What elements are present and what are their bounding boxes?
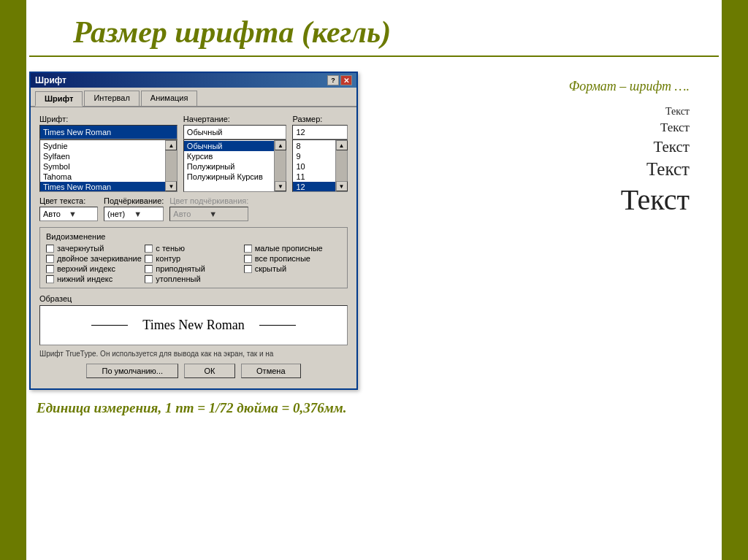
default-button[interactable]: По умолчанию... xyxy=(86,364,178,378)
checkbox-all-caps[interactable] xyxy=(244,255,252,263)
checkbox-subscript[interactable] xyxy=(46,275,54,283)
scroll-up[interactable]: ▲ xyxy=(336,140,348,150)
effects-section: Видоизменение зачеркнутый с тенью малые … xyxy=(39,227,348,288)
effect-outline: контур xyxy=(145,254,242,263)
effect-hidden: скрытый xyxy=(244,264,341,273)
sample-text-8pt: Текст xyxy=(665,106,690,118)
scroll-down[interactable]: ▼ xyxy=(275,181,286,191)
scroll-down[interactable]: ▼ xyxy=(165,181,177,191)
size-scrollbar[interactable]: ▲ ▼ xyxy=(335,140,347,191)
effect-label: верхний индекс xyxy=(57,264,115,273)
effect-label: малые прописные xyxy=(255,244,323,253)
list-item[interactable]: 9 xyxy=(293,151,335,161)
scroll-track[interactable] xyxy=(336,150,347,181)
checkbox-strikethrough[interactable] xyxy=(46,245,54,253)
effect-raised: приподнятый xyxy=(145,264,242,273)
effect-strikethrough: зачеркнутый xyxy=(46,244,143,253)
effect-label: утопленный xyxy=(156,275,200,283)
color-row: Цвет текста: Авто ▼ Подчёркивание: (нет)… xyxy=(39,196,348,221)
list-item[interactable]: 10 xyxy=(293,161,335,172)
checkbox-raised[interactable] xyxy=(145,265,153,273)
underline-color-dropdown-arrow: ▼ xyxy=(209,210,245,218)
font-label: Шрифт: xyxy=(39,115,178,123)
page-title: Размер шрифта (кегль) xyxy=(29,15,391,50)
scroll-up[interactable]: ▲ xyxy=(275,140,286,150)
text-samples: Текст Текст Текст Текст Текст xyxy=(373,106,719,217)
list-item-selected[interactable]: 12 xyxy=(293,182,335,191)
tab-font[interactable]: Шрифт xyxy=(35,91,83,107)
effect-engraved: утопленный xyxy=(145,275,242,283)
sample-text-10pt: Текст xyxy=(653,138,690,156)
font-size-input[interactable]: 12 xyxy=(292,125,348,139)
help-button[interactable]: ? xyxy=(327,75,339,85)
style-listbox: Обычный Курсив Полужирный Полужирный Кур… xyxy=(184,140,275,191)
effect-all-caps: все прописные xyxy=(244,254,341,263)
title-divider xyxy=(29,55,719,57)
dialog-tabs: Шрифт Интервал Анимация xyxy=(31,88,356,107)
list-item[interactable]: Tahoma xyxy=(40,172,165,182)
effect-superscript: верхний индекс xyxy=(46,264,143,273)
underline-value: (нет) xyxy=(107,210,134,218)
color-label: Цвет текста: xyxy=(39,196,98,205)
underline-color-label: Цвет подчёркивания: xyxy=(169,196,248,205)
checkbox-small-caps[interactable] xyxy=(244,245,252,253)
list-item[interactable]: 11 xyxy=(293,172,335,182)
dialog-title: Шрифт xyxy=(35,75,66,85)
style-listbox-container: Обычный Курсив Полужирный Полужирный Кур… xyxy=(183,139,287,192)
effect-small-caps: малые прописные xyxy=(244,244,341,253)
style-label: Начертание: xyxy=(183,115,287,123)
color-dropdown[interactable]: Авто ▼ xyxy=(39,207,98,221)
effect-label: нижний индекс xyxy=(57,275,112,283)
scroll-track[interactable] xyxy=(275,150,286,181)
underline-color-value: Авто xyxy=(173,210,209,218)
color-dropdown-arrow: ▼ xyxy=(69,210,94,218)
close-button[interactable]: ✕ xyxy=(340,75,352,85)
list-item-selected[interactable]: Times New Roman xyxy=(40,182,165,191)
list-item[interactable]: Symbol xyxy=(40,161,165,172)
font-name-input[interactable]: Times New Roman xyxy=(39,125,178,139)
sample-text-12pt: Текст xyxy=(621,183,690,217)
ok-button[interactable]: ОК xyxy=(184,364,235,378)
sample-text-9pt: Текст xyxy=(660,120,690,135)
underline-dropdown-arrow: ▼ xyxy=(134,210,160,218)
checkbox-superscript[interactable] xyxy=(46,265,54,273)
effect-shadow: с тенью xyxy=(145,244,242,253)
font-listbox: Sydnie Sylfaen Symbol Tahoma Times New R… xyxy=(40,140,165,191)
effects-title: Видоизменение xyxy=(46,232,341,241)
sample-line-left xyxy=(91,325,128,326)
sample-text-11pt: Текст xyxy=(646,159,690,180)
font-listbox-container: Sydnie Sylfaen Symbol Tahoma Times New R… xyxy=(39,139,178,192)
underline-color-dropdown: Авто ▼ xyxy=(169,207,248,221)
scroll-down[interactable]: ▼ xyxy=(336,181,348,191)
font-scrollbar[interactable]: ▲ ▼ xyxy=(165,140,177,191)
main-content: Шрифт ? ✕ Шрифт Интервал Анимация Шрифт:… xyxy=(29,72,719,390)
scroll-up[interactable]: ▲ xyxy=(165,140,177,150)
checkbox-double-strikethrough[interactable] xyxy=(46,255,54,263)
list-item[interactable]: Полужирный xyxy=(184,161,275,172)
font-size-group: Размер: 12 8 9 10 11 12 ▲ ▼ xyxy=(292,115,348,192)
list-item[interactable]: 8 xyxy=(293,141,335,151)
list-item[interactable]: Sylfaen xyxy=(40,151,165,161)
tab-interval[interactable]: Интервал xyxy=(84,91,139,106)
list-item[interactable]: Полужирный Курсив xyxy=(184,172,275,182)
checkbox-hidden[interactable] xyxy=(244,265,252,273)
right-panel: Формат – шрифт …. Текст Текст Текст Текс… xyxy=(373,72,719,217)
checkbox-outline[interactable] xyxy=(145,255,153,263)
checkbox-engraved[interactable] xyxy=(145,275,153,283)
checkbox-shadow[interactable] xyxy=(145,245,153,253)
list-item[interactable]: Sydnie xyxy=(40,141,165,151)
sample-label: Образец xyxy=(39,294,348,303)
underline-color-group: Цвет подчёркивания: Авто ▼ xyxy=(169,196,248,221)
tab-animation[interactable]: Анимация xyxy=(141,91,198,106)
font-style-input[interactable]: Обычный xyxy=(183,125,287,139)
effect-double-strikethrough: двойное зачеркивание xyxy=(46,254,143,263)
list-item[interactable]: Курсив xyxy=(184,151,275,161)
style-scrollbar[interactable]: ▲ ▼ xyxy=(274,140,286,191)
cancel-button[interactable]: Отмена xyxy=(241,364,300,378)
list-item-selected[interactable]: Обычный xyxy=(184,141,275,151)
dialog-titlebar: Шрифт ? ✕ xyxy=(31,73,356,88)
scroll-track[interactable] xyxy=(166,150,177,181)
underline-dropdown[interactable]: (нет) ▼ xyxy=(104,207,164,221)
info-text: Шрифт TrueType. Он используется для выво… xyxy=(39,350,348,358)
size-listbox-container: 8 9 10 11 12 ▲ ▼ xyxy=(292,139,348,192)
